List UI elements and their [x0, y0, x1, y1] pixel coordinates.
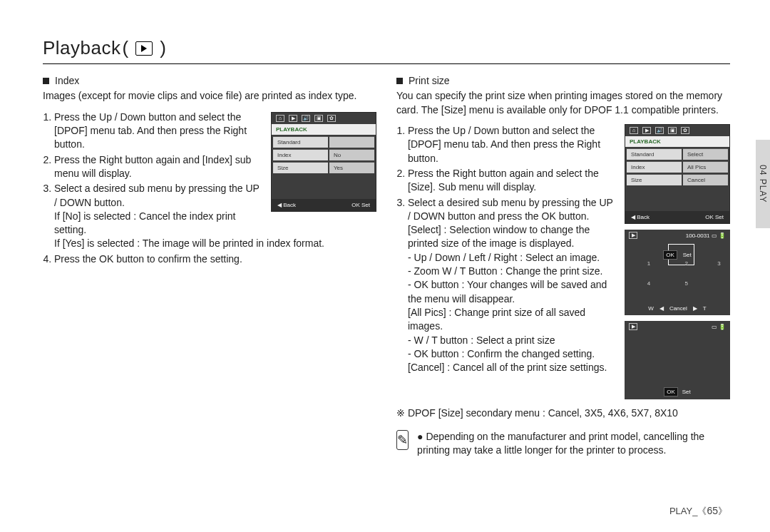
ok-pill: OK	[663, 250, 677, 260]
page-number: 65	[707, 505, 718, 516]
secondary-menu-note: ※ DPOF [Size] secondary menu : Cancel, 3…	[396, 406, 730, 420]
footer-label: PLAY_	[669, 506, 698, 516]
play-icon: ▶	[629, 232, 637, 239]
thumb-4: 4	[647, 280, 650, 287]
t-label: T	[703, 305, 707, 312]
left-section-title: Index	[55, 74, 79, 88]
play-icon: ▶	[289, 115, 297, 122]
step3-text: Select a desired sub menu by pressing th…	[54, 183, 260, 208]
settings-icon: ✿	[327, 115, 336, 122]
lcd-title: PLAYBACK	[272, 124, 376, 135]
counter-label: 100-0031	[686, 232, 710, 239]
allpics-desc: [All Pics] : Change print size of all sa…	[408, 307, 585, 332]
chapter-tab: 04 PLAY	[756, 140, 770, 228]
thumb-2: 2	[685, 260, 688, 267]
thumb-5: 5	[685, 280, 688, 287]
home-icon: ⌂	[630, 127, 638, 134]
lcd-size: ⌂ ▶ 🔊 ▣ ✿ PLAYBACK StandardSelect IndexA…	[625, 124, 730, 224]
display-icon: ▣	[668, 127, 677, 134]
right-intro: You can specify the print size when prin…	[396, 89, 730, 117]
step3-text: Select a desired sub menu by pressing th…	[408, 197, 613, 222]
play-icon: ▶	[642, 127, 651, 134]
left-column: Index Images (except for movie clips and…	[43, 74, 376, 457]
lcd-select-grid: ▶ 100-0031 ▭ 🔋 1 2 3 4 5 W◀ Cancel	[625, 230, 730, 315]
settings-icon: ✿	[681, 127, 689, 134]
table-row: Standard	[273, 136, 374, 148]
bullet-square-icon	[396, 78, 403, 84]
chapter-tab-label: 04 PLAY	[758, 165, 768, 203]
lcd-back-label: Back	[283, 202, 296, 208]
note-icon: ✎	[396, 430, 409, 450]
lcd-back-label: Back	[637, 214, 650, 220]
lcd-set-label: Set	[361, 202, 370, 208]
play-icon: ▶	[629, 323, 637, 330]
cancel-label: Cancel	[669, 305, 687, 312]
paren-close: )	[160, 37, 166, 59]
play-mode-icon	[135, 41, 153, 56]
sound-icon: 🔊	[655, 127, 664, 134]
lcd-ok-label: OK	[351, 202, 360, 208]
note-text: ● Depending on the manufacturer and prin…	[417, 430, 730, 457]
page-title: Playback	[43, 37, 121, 59]
bullet-line: - Zoom W / T Button : Change the print s…	[408, 265, 602, 277]
display-icon: ▣	[314, 115, 323, 122]
w-label: W	[648, 305, 654, 312]
bullet-square-icon	[43, 78, 49, 84]
cancel-desc: [Cancel] : Cancel all of the print size …	[408, 362, 607, 373]
table-row: IndexNo	[273, 149, 374, 160]
right-section-title: Print size	[409, 74, 450, 88]
thumb-3: 3	[717, 260, 720, 267]
thumb-1: 1	[647, 260, 650, 267]
lcd-menu-table: StandardSelect IndexAll Pics SizeCancel	[625, 147, 729, 187]
sound-icon: 🔊	[302, 115, 310, 122]
page-footer: PLAY_《65》	[669, 505, 727, 518]
set-label: Set	[683, 251, 692, 259]
table-row: SizeCancel	[627, 174, 728, 185]
list-item: Press the OK button to confirm the setti…	[54, 252, 376, 266]
bullet-line: - Up / Down / Left / Right : Select an i…	[408, 252, 600, 263]
lcd-ok-label: OK	[705, 214, 714, 220]
lcd-set-label: Set	[715, 214, 724, 220]
set-label: Set	[682, 388, 691, 396]
home-icon: ⌂	[276, 115, 284, 122]
table-row: IndexAll Pics	[627, 161, 728, 173]
step3-no: If [No] is selected : Cancel the index p…	[54, 210, 235, 235]
right-column: Print size You can specify the print siz…	[396, 74, 730, 457]
table-row: StandardSelect	[627, 148, 728, 160]
ok-pill: OK	[664, 387, 678, 397]
step3-yes: If [Yes] is selected : The image will be…	[54, 237, 324, 249]
paren-open: (	[123, 37, 129, 59]
lcd-title: PLAYBACK	[625, 136, 729, 147]
bullet-line: - W / T button : Select a print size	[408, 334, 555, 346]
lcd-menu-table: Standard IndexNo SizeYes	[272, 135, 376, 175]
bullet-line: - OK button : Confirm the changed settin…	[408, 348, 595, 359]
note-body: Depending on the manufacturer and print …	[417, 431, 704, 456]
lcd-allpics: ▶ ▭ 🔋 OK Set	[625, 321, 730, 399]
select-desc: [Select] : Selection window to change th…	[408, 224, 590, 249]
left-intro: Images (except for movie clips and voice…	[43, 89, 376, 103]
table-row: SizeYes	[273, 162, 374, 173]
page-title-row: Playback ( )	[43, 37, 730, 64]
bullet-line: - OK button : Your changes will be saved…	[408, 279, 607, 304]
lcd-index: ⌂ ▶ 🔊 ▣ ✿ PLAYBACK Standard IndexNo Size…	[271, 112, 376, 212]
